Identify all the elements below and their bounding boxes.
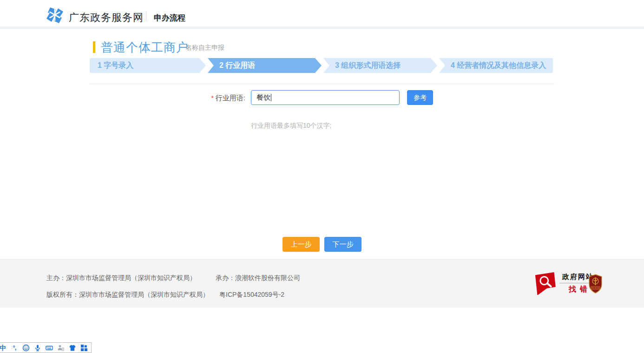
industry-term-value: 餐饮 (256, 93, 270, 101)
keyboard-icon[interactable] (46, 344, 53, 352)
industry-term-input[interactable]: 餐饮 (251, 90, 400, 105)
footer-line-1: 主办：深圳市市场监督管理局（深圳市知识产权局）承办：浪潮软件股份有限公司 (46, 274, 300, 282)
footer-line-2: 版权所有：深圳市市场监督管理局（深圳市知识产权局）粤ICP备15042059号-… (46, 291, 284, 299)
step-wizard: 1 字号录入 2 行业用语 3 组织形式用语选择 4 经营者情况及其他信息录入 (90, 58, 554, 73)
previous-step-button[interactable]: 上一步 (283, 237, 320, 252)
government-shield-badge-icon[interactable] (588, 274, 603, 294)
next-step-button[interactable]: 下一步 (324, 237, 361, 252)
input-hint: 行业用语最多填写10个汉字; (251, 122, 331, 130)
menu-grid-icon[interactable] (80, 344, 88, 352)
site-logo-pinwheel-icon[interactable] (46, 7, 64, 24)
microphone-icon[interactable] (34, 344, 41, 352)
wizard-step-2-active[interactable]: 2 行业用语 (205, 58, 322, 73)
content-divider (90, 84, 554, 84)
footer-undertaker: 承办：浪潮软件股份有限公司 (216, 274, 300, 281)
page-subtitle: 名称自主申报 (185, 44, 224, 52)
header: 广东政务服务网 申办流程 (0, 0, 644, 29)
footer: 主办：深圳市市场监督管理局（深圳市知识产权局）承办：浪潮软件股份有限公司 版权所… (0, 259, 644, 307)
emoji-icon[interactable] (22, 344, 30, 352)
chinese-mode-icon[interactable]: 中 (0, 344, 7, 352)
page-title: 普通个体工商户 (101, 39, 189, 56)
footer-copyright: 版权所有：深圳市市场监督管理局（深圳市知识产权局） (46, 291, 209, 298)
gov-site-error-report-badge[interactable]: 政府网站 找错 (534, 272, 597, 295)
wizard-step-4[interactable]: 4 经营者情况及其他信息录入 (437, 58, 553, 73)
wizard-step-1[interactable]: 1 字号录入 (90, 58, 206, 73)
title-accent-bar (93, 41, 95, 53)
clipboard-person-icon[interactable] (57, 344, 65, 352)
skin-shirt-icon[interactable] (69, 344, 76, 352)
reference-button[interactable]: 参考 (407, 90, 433, 105)
text-caret (271, 94, 271, 101)
header-divider (146, 11, 146, 21)
punctuation-mode-icon[interactable]: °, (11, 344, 18, 352)
page: 广东政务服务网 申办流程 普通个体工商户 名称自主申报 1 字号录入 2 行业用… (0, 0, 644, 353)
actions-row: 上一步 下一步 (0, 237, 644, 252)
ime-status-bar: 中 °, (0, 342, 92, 353)
red-magnifier-flag-icon (534, 272, 557, 295)
required-asterisk: * (211, 94, 213, 102)
footer-host: 主办：深圳市市场监督管理局（深圳市知识产权局） (46, 274, 196, 281)
industry-term-label-text: 行业用语: (216, 94, 245, 102)
industry-term-label: *行业用语: (167, 94, 245, 103)
footer-icp: 粤ICP备15042059号-2 (219, 291, 284, 298)
site-name[interactable]: 广东政务服务网 (69, 11, 144, 25)
wizard-step-3[interactable]: 3 组织形式用语选择 (321, 58, 437, 73)
flow-title: 申办流程 (154, 13, 185, 23)
